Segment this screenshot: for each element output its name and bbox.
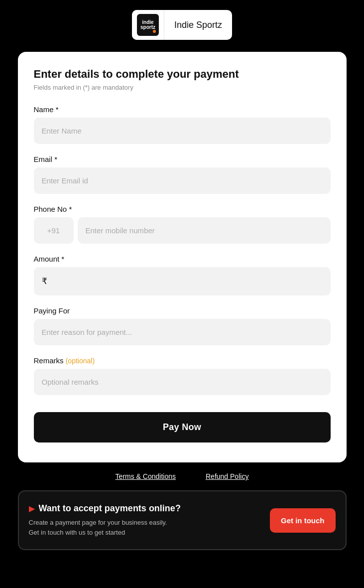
logo-dot [153, 30, 156, 33]
email-label: Email * [34, 155, 331, 163]
card-title: Enter details to complete your payment [34, 68, 331, 81]
remarks-optional-tag: (optional) [66, 357, 95, 365]
amount-input[interactable] [50, 277, 323, 287]
brand-name: Indie Sportz [164, 20, 232, 30]
paying-for-field-group: Paying For [34, 306, 331, 345]
logo-box: indiesportz [132, 10, 164, 40]
get-in-touch-button[interactable]: Get in touch [270, 508, 336, 533]
logo-header: indiesportz Indie Sportz [132, 10, 232, 40]
amount-wrapper: ₹ [34, 267, 331, 295]
cta-left: ▶ Want to accept payments online? Create… [29, 503, 181, 537]
logo-icon: indiesportz [137, 14, 159, 36]
phone-field-group: Phone No * +91 [34, 205, 331, 244]
logo-text: indiesportz [140, 20, 155, 30]
payment-card: Enter details to complete your payment F… [18, 52, 347, 462]
name-label: Name * [34, 105, 331, 114]
name-field-group: Name * [34, 105, 331, 144]
card-subtitle: Fields marked in (*) are mandatory [34, 84, 331, 91]
email-field-group: Email * [34, 155, 331, 194]
phone-input[interactable] [78, 217, 331, 244]
cta-desc-line2: Get in touch with us to get started [29, 529, 125, 536]
paying-for-label: Paying For [34, 306, 331, 315]
amount-field-group: Amount * ₹ [34, 255, 331, 295]
terms-link[interactable]: Terms & Conditions [116, 472, 176, 480]
cta-banner: ▶ Want to accept payments online? Create… [18, 490, 347, 550]
play-icon: ▶ [29, 504, 35, 513]
cta-title-row: ▶ Want to accept payments online? [29, 503, 181, 514]
paying-for-input[interactable] [34, 319, 331, 345]
cta-desc-line1: Create a payment page for your business … [29, 519, 167, 526]
footer-links: Terms & Conditions Refund Policy [116, 472, 249, 480]
email-input[interactable] [34, 167, 331, 194]
cta-description: Create a payment page for your business … [29, 518, 181, 537]
refund-policy-link[interactable]: Refund Policy [206, 472, 248, 480]
remarks-input[interactable] [34, 369, 331, 395]
phone-prefix: +91 [34, 217, 74, 244]
phone-label: Phone No * [34, 205, 331, 213]
rupee-symbol: ₹ [42, 276, 47, 287]
amount-label: Amount * [34, 255, 331, 263]
pay-now-button[interactable]: Pay Now [34, 412, 331, 442]
remarks-field-group: Remarks (optional) [34, 356, 331, 395]
cta-title: Want to accept payments online? [39, 503, 181, 514]
phone-row: +91 [34, 217, 331, 244]
name-input[interactable] [34, 118, 331, 144]
remarks-label: Remarks (optional) [34, 356, 331, 365]
